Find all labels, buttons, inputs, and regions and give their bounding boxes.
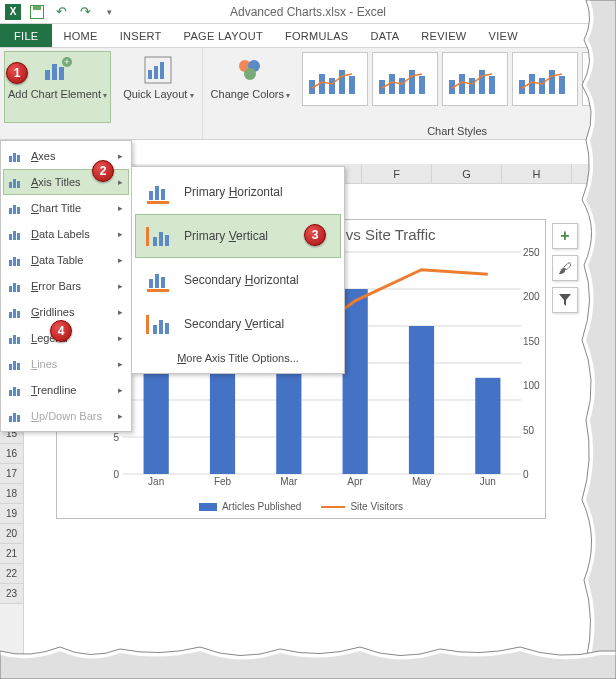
svg-rect-77 (146, 227, 149, 246)
funnel-icon (558, 293, 572, 307)
svg-rect-46 (9, 234, 12, 240)
svg-rect-50 (13, 257, 16, 266)
col-header-f[interactable]: F (362, 164, 432, 183)
row-header-17[interactable]: 17 (0, 464, 23, 484)
svg-rect-57 (17, 311, 20, 318)
tab-insert[interactable]: INSERT (109, 24, 173, 47)
tab-page-layout[interactable]: PAGE LAYOUT (173, 24, 274, 47)
chart-style-5[interactable] (582, 52, 616, 106)
svg-rect-45 (17, 207, 20, 214)
svg-rect-63 (17, 363, 20, 370)
svg-rect-67 (9, 416, 12, 422)
svg-rect-81 (147, 289, 169, 292)
change-colors-button[interactable]: Change Colors ▾ (207, 51, 295, 123)
save-button[interactable] (26, 2, 48, 22)
svg-rect-24 (469, 78, 475, 94)
tab-file[interactable]: FILE (0, 24, 52, 47)
excel-icon[interactable] (2, 2, 24, 22)
submenu-item-primary-horizontal[interactable]: Primary Horizontal (135, 170, 341, 214)
svg-rect-71 (155, 186, 159, 200)
svg-rect-79 (155, 274, 159, 288)
submenu-item-secondary-horizontal[interactable]: Secondary Horizontal (135, 258, 341, 302)
submenu-more-options[interactable]: More Axis Title Options... (135, 346, 341, 370)
svg-rect-62 (13, 361, 16, 370)
svg-rect-76 (165, 235, 169, 246)
svg-rect-58 (9, 338, 12, 344)
tab-review[interactable]: REVIEW (410, 24, 477, 47)
chart-elements-button[interactable]: + (552, 223, 578, 249)
svg-rect-20 (409, 70, 415, 94)
chart-style-1[interactable] (302, 52, 368, 106)
svg-rect-51 (17, 259, 20, 266)
svg-rect-69 (17, 415, 20, 422)
legend-item-bars[interactable]: Articles Published (199, 501, 301, 512)
qat-customize-button[interactable]: ▾ (98, 2, 120, 22)
chart-styles-gallery[interactable]: Chart Styles (298, 48, 616, 139)
row-header-23[interactable]: 23 (0, 584, 23, 604)
svg-rect-61 (9, 364, 12, 370)
col-header-h[interactable]: H (502, 164, 572, 183)
redo-button[interactable]: ↷ (74, 2, 96, 22)
x-axis: JanFebMarAprMayJun (123, 476, 521, 490)
svg-rect-48 (17, 233, 20, 240)
svg-rect-43 (9, 208, 12, 214)
svg-rect-96 (343, 289, 368, 474)
legend-label-line: Site Visitors (350, 501, 403, 512)
menu-item-chart-title[interactable]: Chart Title▸ (3, 195, 129, 221)
undo-button[interactable]: ↶ (50, 2, 72, 22)
callout-3: 3 (304, 224, 326, 246)
svg-rect-42 (17, 181, 20, 188)
svg-rect-68 (13, 413, 16, 422)
chart-style-2[interactable] (372, 52, 438, 106)
row-header-21[interactable]: 21 (0, 544, 23, 564)
menu-item-data-labels[interactable]: Data Labels▸ (3, 221, 129, 247)
chart-styles-button[interactable]: 🖌 (552, 255, 578, 281)
svg-rect-52 (9, 286, 12, 292)
quick-layout-button[interactable]: Quick Layout ▾ (119, 51, 197, 123)
svg-rect-59 (13, 335, 16, 344)
chart-filters-button[interactable] (552, 287, 578, 313)
callout-2: 2 (92, 160, 114, 182)
callout-1: 1 (6, 62, 28, 84)
tab-formulas[interactable]: FORMULAS (274, 24, 360, 47)
svg-rect-40 (9, 182, 12, 188)
svg-rect-1 (52, 64, 57, 80)
chart-style-4[interactable] (512, 52, 578, 106)
quick-access-toolbar: ↶ ↷ ▾ (2, 2, 120, 22)
svg-rect-85 (146, 315, 149, 334)
svg-rect-25 (479, 70, 485, 94)
svg-rect-70 (149, 191, 153, 200)
svg-rect-41 (13, 179, 16, 188)
menu-item-trendline[interactable]: Trendline▸ (3, 377, 129, 403)
svg-rect-8 (160, 62, 164, 79)
svg-rect-7 (154, 66, 158, 79)
chart-element-icon: + (43, 56, 73, 84)
row-header-18[interactable]: 18 (0, 484, 23, 504)
svg-rect-49 (9, 260, 12, 266)
row-header-22[interactable]: 22 (0, 564, 23, 584)
svg-rect-83 (159, 320, 163, 334)
tab-view[interactable]: VIEW (478, 24, 529, 47)
row-header-16[interactable]: 16 (0, 444, 23, 464)
svg-rect-39 (17, 155, 20, 162)
submenu-item-secondary-vertical[interactable]: Secondary Vertical (135, 302, 341, 346)
menu-item-up-down-bars: Up/Down Bars▸ (3, 403, 129, 429)
svg-rect-6 (148, 70, 152, 79)
legend-item-line[interactable]: Site Visitors (321, 501, 403, 512)
menu-item-error-bars[interactable]: Error Bars▸ (3, 273, 129, 299)
title-bar: ↶ ↷ ▾ Advanced Charts.xlsx - Excel (0, 0, 616, 24)
row-header-20[interactable]: 20 (0, 524, 23, 544)
svg-text:+: + (64, 57, 69, 67)
add-chart-element-menu: Axes▸Axis Titles▸Chart Title▸Data Labels… (0, 140, 132, 432)
menu-item-data-table[interactable]: Data Table▸ (3, 247, 129, 273)
tab-home[interactable]: HOME (52, 24, 108, 47)
svg-rect-53 (13, 283, 16, 292)
svg-rect-47 (13, 231, 16, 240)
legend-swatch-bar (199, 503, 217, 511)
tab-data[interactable]: DATA (359, 24, 410, 47)
svg-rect-84 (165, 323, 169, 334)
chart-style-3[interactable] (442, 52, 508, 106)
col-header-g[interactable]: G (432, 164, 502, 183)
callout-4: 4 (50, 320, 72, 342)
row-header-19[interactable]: 19 (0, 504, 23, 524)
